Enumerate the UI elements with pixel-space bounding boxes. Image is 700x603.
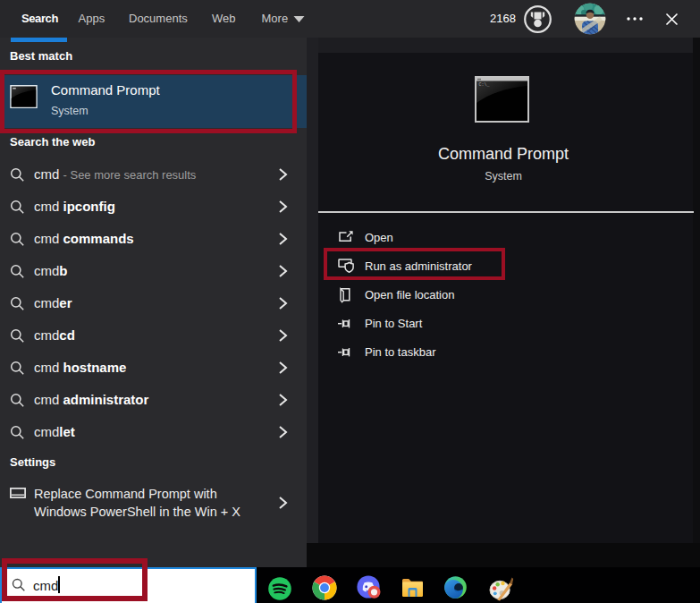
svg-text:C:\_: C:\_ (479, 82, 491, 88)
